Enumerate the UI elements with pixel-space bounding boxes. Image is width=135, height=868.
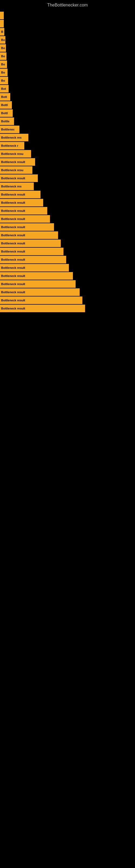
bar-row: Bo — [0, 61, 135, 68]
bar-label: Bottleneck result — [1, 266, 25, 269]
bar-label: Bottl — [1, 112, 8, 115]
bar-item: Bottleneck result — [0, 305, 85, 312]
bar-item: Bott — [0, 93, 10, 101]
bar-label: Bottleneck result — [1, 242, 25, 245]
bar-item: Bottle — [0, 118, 14, 125]
bar-row: Bottleneck resu — [0, 166, 135, 174]
bar-item: Bottleneck result — [0, 256, 66, 264]
bar-label: Bottleneck result — [1, 217, 25, 220]
bar-row: Bottleneck result — [0, 297, 135, 304]
bar-item: Bottl — [0, 101, 12, 109]
bar-label: Bottleneck r — [1, 144, 18, 147]
bar-row: Bottleneck result — [0, 191, 135, 198]
bar-label: Bottleneck result — [1, 193, 25, 196]
bar-label: Bottle — [1, 120, 9, 123]
bar-label: Bottleneck result — [1, 299, 25, 302]
bar-item: Bo — [0, 36, 5, 44]
bar-row: Bottleneck result — [0, 199, 135, 207]
bar-label: Bottleneck result — [1, 160, 25, 163]
bar-item: Bottleneck result — [0, 288, 80, 296]
bar-label: B — [1, 30, 3, 33]
bar-item: Bottleneck result — [0, 223, 54, 231]
bar-label: Bottleneck result — [1, 234, 25, 237]
bar-row: Bott — [0, 93, 135, 101]
bar-label: Bottleneck resu — [1, 152, 24, 155]
bar-item: Bot — [0, 85, 9, 93]
bar-label: Bottleneck result — [1, 290, 25, 294]
bar-row: Bo — [0, 52, 135, 60]
bar-item: Bottleneck resu — [0, 150, 31, 158]
bar-row: Bottl — [0, 101, 135, 109]
bar-label: Bottleneck res — [1, 136, 21, 139]
bar-item — [0, 20, 4, 27]
bar-label: Bottleneck result — [1, 282, 25, 286]
bar-item: Bottleneck result — [0, 231, 58, 239]
bar-label: Bo — [1, 79, 5, 82]
bar-item: Bo — [0, 77, 8, 84]
bar-item: B — [0, 28, 4, 35]
bar-label: Bottleneck result — [1, 274, 25, 278]
bar-row: Bottleneck result — [0, 256, 135, 264]
bar-row: Bottleneck result — [0, 207, 135, 215]
bar-label: Bottleneck result — [1, 177, 25, 180]
bar-item: Bottleneck result — [0, 280, 76, 288]
bar-label: Bott — [1, 95, 7, 98]
bar-row: Bottlenec — [0, 126, 135, 133]
bar-row: Bo — [0, 44, 135, 52]
bar-row: Bo — [0, 36, 135, 44]
bar-item: Bottleneck r — [0, 142, 24, 150]
bar-item: Bo — [0, 44, 6, 52]
bar-item: Bottleneck result — [0, 199, 43, 207]
bar-row: Bottle — [0, 118, 135, 125]
bar-item — [0, 12, 4, 19]
bar-row: Bottleneck resu — [0, 150, 135, 158]
bar-item: Bottleneck result — [0, 240, 61, 247]
bar-item: Bottleneck result — [0, 264, 69, 272]
bar-label: Bo — [1, 55, 5, 58]
bar-row: Bottleneck r — [0, 142, 135, 150]
bar-row: Bottl — [0, 109, 135, 117]
bar-label: Bottleneck result — [1, 250, 25, 253]
bars-container: BBoBoBoBoBoBoBotBottBottlBottlBottleBott… — [0, 9, 135, 315]
bar-row: Bo — [0, 77, 135, 84]
bar-item: Bottleneck result — [0, 272, 73, 280]
bar-label: Bottleneck result — [1, 225, 25, 229]
bar-label: Bo — [1, 46, 5, 50]
bar-item: Bottlenec — [0, 126, 19, 133]
bar-label: Bottleneck res — [1, 185, 21, 188]
bar-row: Bottleneck result — [0, 223, 135, 231]
bar-label: Bo — [1, 71, 5, 74]
bar-item: Bottleneck result — [0, 158, 35, 166]
bar-row — [0, 20, 135, 27]
bar-item: Bottleneck resu — [0, 166, 32, 174]
bar-item: Bo — [0, 52, 6, 60]
bar-item: Bottleneck result — [0, 297, 82, 304]
bar-row: Bottleneck result — [0, 231, 135, 239]
bar-row: Bottleneck result — [0, 264, 135, 272]
bar-row: Bottleneck result — [0, 288, 135, 296]
bar-item: Bottleneck result — [0, 207, 47, 215]
bar-label: Bottleneck result — [1, 201, 25, 204]
bar-label: Bo — [1, 63, 5, 66]
bar-item: Bo — [0, 69, 8, 76]
bar-item: Bottleneck result — [0, 215, 50, 223]
bar-label: Bottleneck result — [1, 209, 25, 212]
bar-item: Bottl — [0, 109, 13, 117]
bar-item: Bottleneck result — [0, 191, 41, 198]
bar-row: Bottleneck result — [0, 305, 135, 312]
bar-row: Bottleneck result — [0, 272, 135, 280]
site-title: TheBottlenecker.com — [0, 0, 135, 9]
bar-item: Bottleneck result — [0, 248, 63, 255]
bar-item: Bo — [0, 61, 7, 68]
bar-row: Bottleneck result — [0, 175, 135, 182]
bar-label: Bo — [1, 38, 5, 41]
bar-item: Bottleneck res — [0, 134, 28, 141]
bar-row: B — [0, 28, 135, 35]
bar-item: Bottleneck res — [0, 183, 34, 190]
bar-row: Bottleneck res — [0, 134, 135, 141]
bar-label: Bot — [1, 87, 6, 90]
bar-row: Bottleneck res — [0, 183, 135, 190]
bar-row — [0, 12, 135, 19]
bar-label: Bottleneck result — [1, 258, 25, 261]
bar-row: Bottleneck result — [0, 215, 135, 223]
